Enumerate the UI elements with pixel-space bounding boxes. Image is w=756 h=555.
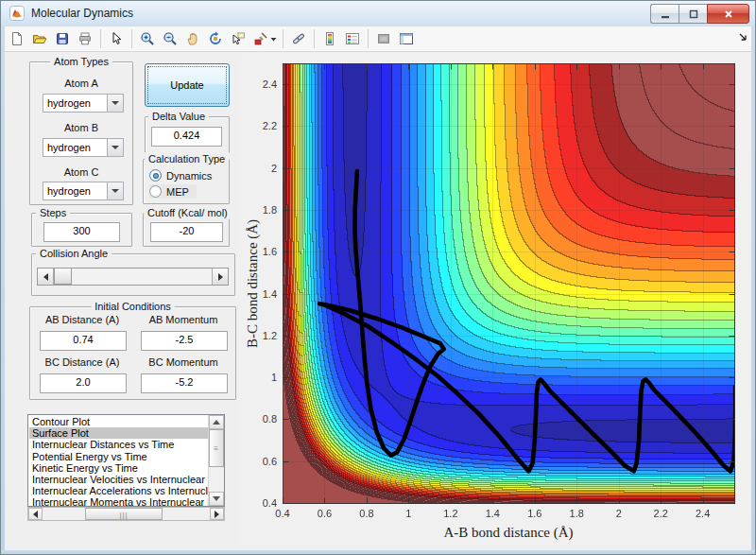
chevron-down-icon[interactable] bbox=[107, 182, 123, 199]
scrollbar-thumb[interactable]: ||| bbox=[85, 508, 163, 520]
x-tick-label: 1.2 bbox=[437, 508, 465, 519]
x-axis-label: A-B bond distance (Å) bbox=[443, 525, 573, 541]
minimize-icon bbox=[660, 9, 671, 20]
list-item[interactable]: Internuclear Accelerations vs Internucle… bbox=[29, 485, 208, 496]
slider-thumb[interactable] bbox=[54, 269, 72, 285]
toolbar-separator bbox=[283, 29, 284, 48]
vertical-scrollbar[interactable]: ≡ bbox=[208, 415, 224, 506]
window-title: Molecular Dynamics bbox=[31, 1, 133, 26]
x-tick-label: 0.8 bbox=[352, 508, 381, 519]
edit-plot-icon[interactable] bbox=[109, 31, 124, 46]
atom-b-dropdown[interactable]: hydrogen bbox=[43, 138, 124, 157]
ab-distance-field[interactable]: 0.74 bbox=[40, 331, 127, 351]
insert-legend-icon[interactable] bbox=[345, 31, 360, 46]
window-frame bbox=[751, 26, 755, 555]
slider-right-arrow[interactable] bbox=[212, 269, 228, 285]
toolbar-overflow-icon[interactable] bbox=[738, 32, 747, 42]
list-item[interactable]: Internuclear Distances vs Time bbox=[29, 439, 208, 450]
cutoff-field[interactable]: -20 bbox=[150, 222, 223, 242]
radio-icon[interactable] bbox=[149, 169, 162, 182]
scrollbar-thumb[interactable]: ≡ bbox=[209, 429, 224, 467]
toolbar-separator bbox=[100, 29, 101, 48]
print-icon[interactable] bbox=[77, 31, 93, 46]
data-cursor-icon[interactable] bbox=[231, 31, 246, 46]
radio-dynamics[interactable]: Dynamics bbox=[149, 168, 212, 182]
bc-distance-label: BC Distance (A) bbox=[30, 356, 134, 368]
radio-mep[interactable]: MEP bbox=[149, 184, 197, 199]
radio-icon[interactable] bbox=[149, 185, 162, 198]
save-icon[interactable] bbox=[55, 31, 70, 46]
show-plot-tools-icon[interactable] bbox=[399, 31, 414, 46]
list-item[interactable]: Kinetic Energy vs Time bbox=[29, 462, 208, 474]
radio-label: MEP bbox=[166, 186, 189, 198]
calculation-type-group: Calculation Type Dynamics MEP bbox=[143, 159, 230, 204]
initial-conditions-group: Initial Conditions AB Distance (A) AB Mo… bbox=[29, 306, 236, 400]
insert-colorbar-icon[interactable] bbox=[322, 31, 337, 46]
app-window: Molecular Dynamics bbox=[0, 0, 756, 555]
y-tick-label: 1.6 bbox=[250, 246, 277, 257]
plot-type-list: Contour PlotSurface PlotInternuclear Dis… bbox=[29, 416, 208, 506]
ab-momentum-field[interactable]: -2.5 bbox=[141, 331, 228, 351]
horizontal-scrollbar[interactable]: ||| bbox=[27, 507, 225, 521]
list-item[interactable]: Contour Plot bbox=[29, 416, 208, 427]
x-tick-label: 0.4 bbox=[268, 508, 297, 519]
y-tick-label: 0.6 bbox=[250, 456, 277, 467]
close-button[interactable] bbox=[707, 4, 749, 24]
update-button[interactable]: Update bbox=[145, 63, 230, 107]
y-tick-label: 1.8 bbox=[250, 204, 277, 216]
x-tick-label: 1.8 bbox=[562, 508, 591, 519]
list-item[interactable]: Surface Plot bbox=[29, 427, 208, 439]
chevron-down-icon[interactable] bbox=[107, 95, 123, 112]
scroll-right-button[interactable] bbox=[210, 508, 224, 520]
brush-dropdown-caret-icon[interactable] bbox=[270, 31, 277, 46]
new-figure-icon[interactable] bbox=[9, 31, 25, 46]
list-item[interactable]: Internuclear Momenta vs Internuclear Dis… bbox=[29, 496, 208, 506]
matlab-logo-icon bbox=[9, 6, 25, 21]
contour-plot-canvas[interactable] bbox=[283, 63, 735, 504]
y-tick-label: 1 bbox=[250, 372, 277, 383]
plot-type-listbox[interactable]: Contour PlotSurface PlotInternuclear Dis… bbox=[27, 414, 225, 507]
bc-distance-field[interactable]: 2.0 bbox=[40, 373, 127, 393]
group-title: Calculation Type bbox=[145, 152, 229, 165]
pan-hand-icon[interactable] bbox=[185, 31, 200, 46]
ab-distance-label: AB Distance (A) bbox=[30, 314, 134, 325]
scroll-down-button[interactable] bbox=[209, 492, 224, 506]
x-tick-label: 1 bbox=[394, 508, 422, 519]
cutoff-group: Cutoff (Kcal/ mol) -20 bbox=[143, 213, 230, 247]
radio-label: Dynamics bbox=[166, 170, 212, 182]
open-file-icon[interactable] bbox=[32, 31, 47, 46]
y-tick-label: 2.4 bbox=[250, 78, 277, 90]
rotate-3d-icon[interactable] bbox=[208, 31, 223, 46]
toolbar-separator bbox=[314, 29, 315, 48]
maximize-icon bbox=[688, 9, 699, 20]
link-plot-icon[interactable] bbox=[291, 31, 306, 46]
scroll-up-button[interactable] bbox=[209, 415, 224, 429]
y-tick-label: 1.2 bbox=[250, 330, 277, 341]
titlebar[interactable]: Molecular Dynamics bbox=[1, 1, 755, 27]
brush-data-icon[interactable] bbox=[253, 31, 268, 46]
figure-content: Atom Types Atom A hydrogen Atom B hydrog… bbox=[1, 52, 756, 552]
slider-left-arrow[interactable] bbox=[38, 269, 54, 285]
steps-field[interactable]: 300 bbox=[43, 222, 120, 242]
atom-c-dropdown[interactable]: hydrogen bbox=[43, 182, 124, 200]
group-title: Atom Types bbox=[50, 55, 112, 68]
zoom-in-icon[interactable] bbox=[140, 31, 155, 46]
delta-value-field[interactable]: 0.424 bbox=[151, 127, 222, 147]
figure-toolbar bbox=[1, 26, 755, 52]
collision-angle-slider[interactable] bbox=[37, 268, 229, 286]
atom-c-value: hydrogen bbox=[47, 182, 91, 199]
atom-b-value: hydrogen bbox=[47, 139, 91, 156]
bc-momentum-label: BC Momentum bbox=[131, 356, 235, 368]
list-item[interactable]: Internuclear Velocities vs Internuclear … bbox=[29, 474, 208, 485]
list-item[interactable]: Potential Energy vs Time bbox=[29, 451, 208, 462]
atom-a-value: hydrogen bbox=[47, 95, 91, 112]
scroll-left-button[interactable] bbox=[28, 508, 43, 520]
minimize-button[interactable] bbox=[650, 4, 679, 24]
chevron-down-icon[interactable] bbox=[107, 139, 123, 156]
atom-a-dropdown[interactable]: hydrogen bbox=[43, 94, 124, 113]
hide-plot-tools-icon[interactable] bbox=[376, 31, 391, 46]
zoom-out-icon[interactable] bbox=[163, 31, 178, 46]
bc-momentum-field[interactable]: -5.2 bbox=[141, 373, 228, 393]
window-frame bbox=[1, 26, 5, 555]
maximize-button[interactable] bbox=[679, 4, 707, 24]
